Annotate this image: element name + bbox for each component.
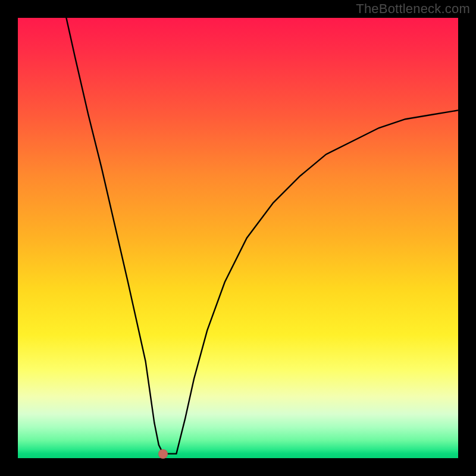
minimum-marker-dot bbox=[158, 449, 168, 459]
chart-frame: TheBottleneck.com bbox=[0, 0, 476, 476]
bottleneck-curve bbox=[66, 18, 458, 454]
plot-area bbox=[18, 18, 458, 458]
curve-svg bbox=[18, 18, 458, 458]
watermark-text: TheBottleneck.com bbox=[356, 1, 470, 17]
